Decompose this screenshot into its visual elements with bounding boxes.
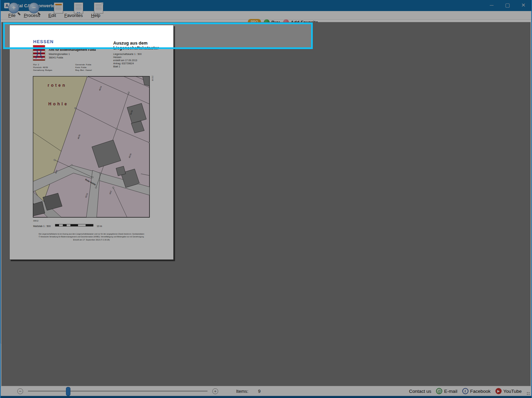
facebook-icon: f: [462, 388, 468, 394]
svg-text:Amt für Bodenmanagement Fulda: Amt für Bodenmanagement Fulda: [49, 48, 96, 51]
close-button[interactable]: ✕: [515, 0, 531, 11]
zoom-minus-icon[interactable]: −: [17, 388, 23, 394]
svg-text:Washingtonallee 1: Washingtonallee 1: [49, 53, 70, 56]
zoom-plus-icon[interactable]: +: [212, 388, 218, 394]
fit-to-width-icon: [74, 2, 83, 13]
svg-text:Erstellt am 17. September 2013: Erstellt am 17. September 2013 (7-2 15:2…: [73, 239, 110, 241]
svg-text:306/12: 306/12: [33, 220, 39, 222]
whole-page-icon: [94, 2, 103, 13]
svg-text:Hessen: Hessen: [113, 56, 122, 58]
app-window: A Total CAD Converter ─ ▢ ✕ FileProcessE…: [0, 0, 532, 398]
map-frame: roten Hohle Rote Hohle 46/14 46/39 46/35…: [33, 76, 150, 217]
svg-text:Flurstück: 46/39: Flurstück: 46/39: [33, 66, 48, 68]
svg-text:Antrag: 632739624: Antrag: 632739624: [113, 62, 134, 65]
svg-text:Blatt 1: Blatt 1: [113, 65, 120, 68]
resize-grip[interactable]: [526, 392, 530, 395]
email-link[interactable]: @E-mail: [436, 388, 457, 394]
svg-text:Liegenschaftskataster: Liegenschaftskataster: [113, 46, 159, 50]
svg-text:Liegenschaftskarte 1 : 500: Liegenschaftskarte 1 : 500: [113, 53, 142, 56]
cadastral-map: HESSEN Amt für Bodenmanagement Fulda Was…: [10, 25, 173, 259]
document-page: HESSEN Amt für Bodenmanagement Fulda Was…: [9, 25, 174, 260]
svg-text:Auszug aus dem: Auszug aus dem: [113, 41, 147, 46]
window-border: [1, 396, 531, 398]
preview-panel: +Zoom In−Zoom OutActual sizeFit to width…: [1, 0, 180, 343]
zoom-in-icon: +: [8, 2, 19, 13]
contact-us-link[interactable]: Contact us: [409, 389, 432, 394]
youtube-icon: ▶: [495, 388, 502, 394]
svg-text:Kreis: Fulda: Kreis: Fulda: [75, 66, 87, 68]
youtube-link[interactable]: ▶YouTube: [495, 388, 522, 394]
hessen-coat-of-arms: [33, 45, 45, 60]
svg-text:Maßstab 1 : 500: Maßstab 1 : 500: [33, 225, 51, 227]
maximize-button[interactable]: ▢: [500, 0, 515, 11]
zoom-out-icon: −: [28, 2, 39, 13]
scale-bar: [55, 224, 93, 226]
items-count: 9: [258, 389, 260, 394]
preview-viewport: HESSEN Amt für Bodenmanagement Fulda Was…: [1, 22, 531, 397]
svg-text:Reg.-Bez.: Kassel: Reg.-Bez.: Kassel: [75, 69, 92, 71]
svg-text:Gemeinde: Fulda: Gemeinde: Fulda: [75, 64, 91, 66]
svg-text:roten: roten: [48, 83, 67, 88]
svg-text:36041 Fulda: 36041 Fulda: [49, 56, 64, 59]
svg-text:Gemarkung: Rodges: Gemarkung: Rodges: [33, 69, 52, 71]
minimize-button[interactable]: ─: [484, 0, 500, 11]
actual-size-icon: [54, 2, 63, 13]
zoom-slider[interactable]: [28, 391, 207, 391]
status-links: Contact us @E-mail fFacebook ▶YouTube: [404, 388, 522, 394]
facebook-link[interactable]: fFacebook: [462, 388, 491, 394]
items-label: Items:: [236, 389, 248, 394]
svg-text:Hohle: Hohle: [48, 102, 68, 106]
svg-text:213 98: 213 98: [152, 76, 154, 81]
email-icon: @: [436, 388, 442, 394]
svg-text:10 m: 10 m: [97, 225, 102, 227]
status-bar: − + Items: 9 Contact us @E-mail fFaceboo…: [1, 386, 531, 396]
svg-text:Flur: 2: Flur: 2: [33, 64, 39, 66]
svg-text:HESSEN: HESSEN: [33, 39, 54, 44]
zoom-slider-thumb[interactable]: [66, 387, 70, 396]
menu-process[interactable]: Process: [20, 13, 44, 18]
svg-text:Die Liegenschaftskarte ist ein: Die Liegenschaftskarte ist ein Auszug au…: [39, 233, 144, 235]
svg-text:© Hessische Verwaltung für Bod: © Hessische Verwaltung für Bodenmanageme…: [39, 236, 144, 238]
svg-text:erstellt am 17.09.2013: erstellt am 17.09.2013: [113, 59, 137, 61]
